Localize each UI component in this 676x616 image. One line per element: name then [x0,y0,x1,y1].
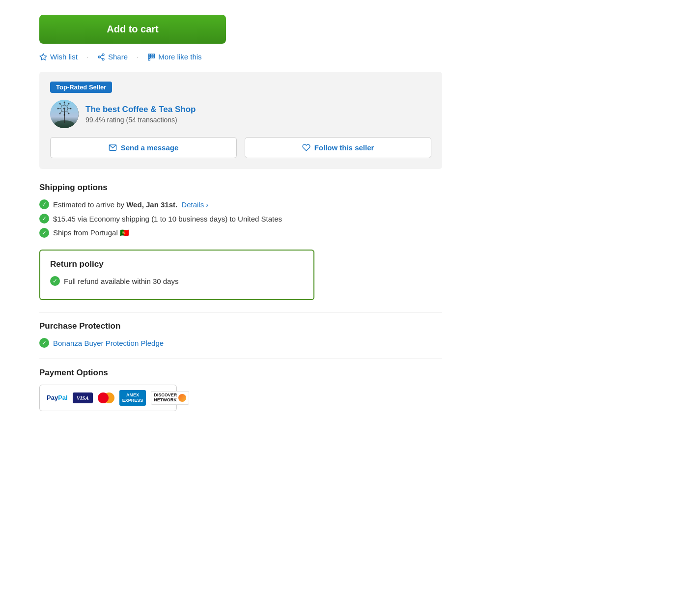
svg-rect-7 [151,54,152,56]
add-to-cart-button[interactable]: Add to cart [39,15,226,44]
paypal-icon: PayPal [47,394,68,401]
svg-point-28 [70,108,72,110]
payment-icons: PayPal VISA AMEXEXPRESS DISCOVERNETWORK [39,385,177,411]
discover-icon: DISCOVERNETWORK [151,391,189,405]
svg-rect-12 [148,58,150,60]
check-icon-1: ✓ [39,199,49,209]
check-icon-3: ✓ [39,228,49,238]
seller-box: Top-Rated Seller [39,72,442,169]
follow-seller-label: Follow this seller [314,143,374,152]
svg-point-27 [57,108,59,110]
send-message-label: Send a message [121,143,179,152]
check-icon-4: ✓ [50,276,60,286]
shipping-item-2: ✓ $15.45 via Economy shipping (1 to 10 b… [39,214,442,224]
svg-rect-9 [148,56,150,57]
svg-point-29 [59,103,61,105]
separator-1: · [86,53,88,61]
discover-text: DISCOVERNETWORK [154,393,177,403]
shipping-text-2: $15.45 via Economy shipping (1 to 10 bus… [53,215,282,223]
discover-circle [178,394,186,402]
svg-point-2 [98,56,100,58]
svg-point-1 [102,54,104,56]
amex-icon: AMEXEXPRESS [119,390,146,406]
svg-point-30 [68,103,70,105]
share-icon [97,53,105,61]
shipping-text-1: Estimated to arrive by Wed, Jan 31st. De… [53,200,208,209]
check-icon-2: ✓ [39,214,49,224]
share-label: Share [108,53,128,61]
svg-point-32 [68,113,70,114]
shipping-item-1: ✓ Estimated to arrive by Wed, Jan 31st. … [39,199,442,209]
divider-1 [39,312,442,312]
return-policy-item: ✓ Full refund available within 30 days [50,276,304,286]
svg-point-25 [64,102,65,103]
payment-section: Payment Options PayPal VISA AMEXEXPRESS … [39,368,442,411]
shipping-section: Shipping options ✓ Estimated to arrive b… [39,183,442,238]
purchase-protection-item: ✓ Bonanza Buyer Protection Pledge [39,338,442,348]
purchase-protection-title: Purchase Protection [39,321,442,331]
mastercard-icon [98,392,114,403]
svg-marker-0 [40,54,46,60]
return-policy-section: Return policy ✓ Full refund available wi… [39,250,314,300]
divider-2 [39,359,442,359]
message-icon [109,143,117,152]
shipping-text-3: Ships from Portugal 🇵🇹 [53,228,129,237]
svg-rect-8 [153,54,155,56]
separator-2: · [137,53,139,61]
mc-circle-left [98,392,109,403]
star-icon [39,53,47,61]
svg-point-26 [64,114,65,116]
seller-info: The best Coffee & Tea Shop 99.4% rating … [50,100,431,128]
more-like-this-link[interactable]: More like this [147,53,201,61]
grid-icon [147,53,155,61]
check-icon-5: ✓ [39,338,49,348]
visa-icon: VISA [73,392,93,403]
payment-options-title: Payment Options [39,368,442,378]
svg-rect-6 [148,54,150,56]
top-rated-badge: Top-Rated Seller [50,82,112,93]
return-policy-text: Full refund available within 30 days [64,277,178,285]
share-link[interactable]: Share [97,53,128,61]
svg-point-33 [63,108,65,110]
seller-details: The best Coffee & Tea Shop 99.4% rating … [85,105,196,124]
seller-rating: 99.4% rating (54 transactions) [85,116,196,124]
wishlist-link[interactable]: Wish list [39,53,78,61]
svg-point-3 [102,58,104,60]
heart-icon [302,143,310,152]
svg-point-31 [59,113,61,114]
protection-pledge-link[interactable]: Bonanza Buyer Protection Pledge [53,339,164,347]
purchase-protection-section: Purchase Protection ✓ Bonanza Buyer Prot… [39,321,442,348]
seller-avatar [50,100,79,128]
svg-rect-11 [153,56,155,57]
svg-rect-10 [151,56,152,57]
return-policy-title: Return policy [50,259,304,269]
wishlist-label: Wish list [50,53,78,61]
send-message-button[interactable]: Send a message [50,137,237,158]
follow-seller-button[interactable]: Follow this seller [245,137,431,158]
shipping-title: Shipping options [39,183,442,193]
svg-line-4 [100,57,103,59]
more-like-this-label: More like this [158,53,201,61]
svg-line-5 [100,55,103,56]
action-bar: Wish list · Share · More like this [39,53,637,61]
seller-name[interactable]: The best Coffee & Tea Shop [85,105,196,114]
seller-actions: Send a message Follow this seller [50,137,431,158]
shipping-item-3: ✓ Ships from Portugal 🇵🇹 [39,228,442,238]
details-link[interactable]: Details › [181,200,208,209]
